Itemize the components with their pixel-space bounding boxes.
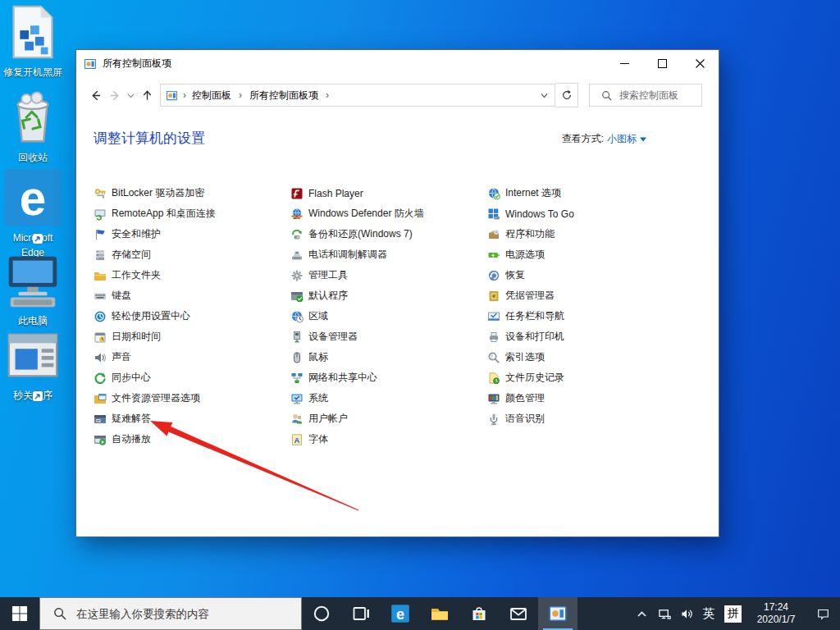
control-panel-item[interactable]: Windows Defender 防火墙 [290, 203, 487, 224]
ime-pinyin-badge[interactable]: 拼 [724, 605, 742, 623]
control-panel-item[interactable]: 凭据管理器 [487, 285, 684, 306]
desktop-icon[interactable]: 秒关程序 [1, 323, 65, 402]
control-panel-item-label: 系统 [308, 391, 328, 405]
work-folders-icon [94, 269, 107, 282]
breadcrumb-item[interactable]: 控制面板 [190, 89, 248, 103]
control-panel-item[interactable]: 语音识别 [487, 409, 684, 429]
control-panel-item[interactable]: 声音 [94, 347, 290, 368]
volume-icon[interactable] [676, 597, 698, 630]
control-panel-item[interactable]: 设备和打印机 [487, 326, 684, 347]
desktop-icon[interactable]: 修复开机黑屏 [1, 0, 65, 79]
control-panel-item[interactable]: 日期和时间 [94, 326, 290, 347]
control-panel-item[interactable]: 文件历史记录 [487, 368, 684, 388]
maximize-button[interactable] [643, 50, 681, 77]
power-options-icon [487, 249, 500, 262]
control-panel-item[interactable]: 键盘 [94, 285, 290, 306]
desktop-icon-label: 回收站 [18, 152, 48, 163]
control-panel-item[interactable]: Internet 选项 [487, 183, 684, 203]
start-button[interactable] [0, 597, 39, 630]
control-panel-column-1: BitLocker 驱动器加密 RemoteApp 和桌面连接 安全和维护 存储… [94, 183, 290, 450]
control-panel-item-label: 语音识别 [505, 412, 545, 426]
action-center-icon[interactable] [806, 597, 840, 630]
taskbar-app-button[interactable] [420, 597, 459, 630]
search-input[interactable] [618, 89, 696, 102]
up-button[interactable] [137, 84, 157, 107]
control-panel-item[interactable]: 电源选项 [487, 244, 684, 265]
control-panel-item-label: 备份和还原(Windows 7) [308, 227, 413, 241]
back-button[interactable] [85, 84, 105, 107]
page-title: 调整计算机的设置 [94, 129, 205, 148]
taskbar-clock[interactable]: 17:24 2020/1/7 [746, 597, 806, 630]
taskbar-app-button[interactable] [341, 597, 381, 630]
control-panel-search[interactable] [589, 84, 702, 107]
control-panel-item[interactable]: 鼠标 [290, 347, 487, 368]
control-panel-item[interactable]: Flash Player [290, 183, 487, 203]
control-panel-item[interactable]: 默认程序 [290, 285, 487, 306]
address-dropdown-icon[interactable] [533, 92, 555, 99]
close-button[interactable] [681, 50, 719, 77]
search-icon [601, 90, 612, 101]
firewall-icon [290, 208, 304, 221]
control-panel-item[interactable]: 程序和功能 [487, 224, 684, 244]
control-panel-item[interactable]: 任务栏和导航 [487, 306, 684, 326]
control-panel-item[interactable]: 电话和调制解调器 [290, 244, 487, 265]
taskbar-app-button[interactable] [302, 597, 341, 630]
control-panel-item[interactable]: RemoteApp 和桌面连接 [94, 203, 290, 224]
desktop-icon[interactable]: 回收站 [1, 85, 65, 164]
clock-date: 2020/1/7 [757, 614, 796, 626]
control-panel-item-label: 网络和共享中心 [308, 371, 377, 385]
control-panel-item[interactable]: 安全和维护 [94, 224, 290, 244]
control-panel-item[interactable]: A 字体 [290, 429, 487, 450]
control-panel-item[interactable]: 备份和还原(Windows 7) [290, 224, 487, 244]
taskbar-app-button[interactable] [459, 597, 499, 630]
control-panel-item-label: 电话和调制解调器 [308, 248, 387, 262]
control-panel-item[interactable]: 网络和共享中心 [290, 368, 487, 388]
control-panel-item[interactable]: 疑难解答 [94, 409, 290, 429]
address-bar[interactable]: › 控制面板所有控制面板项 [160, 84, 555, 107]
refresh-button[interactable] [555, 83, 578, 107]
control-panel-item[interactable]: 区域 [290, 306, 487, 326]
control-panel-item[interactable]: 恢复 [487, 265, 684, 285]
registry-file-icon [1, 0, 65, 64]
desktop-icon[interactable]: 此电脑 [1, 249, 65, 327]
control-panel-item[interactable]: Windows To Go [487, 203, 684, 224]
control-panel-item[interactable]: 文件资源管理器选项 [94, 388, 290, 409]
tray-chevron-up-icon[interactable] [629, 597, 654, 630]
store-icon [469, 604, 489, 623]
remoteapp-icon [94, 208, 107, 221]
network-tray-icon[interactable] [654, 597, 676, 630]
control-panel-item[interactable]: 工作文件夹 [94, 265, 290, 285]
control-panel-item[interactable]: 设备管理器 [290, 326, 487, 347]
control-panel-item-label: BitLocker 驱动器加密 [112, 186, 204, 200]
ime-language-indicator[interactable]: 英 [698, 597, 719, 630]
shortcut-arrow-icon [33, 391, 43, 401]
control-panel-icon [84, 57, 97, 71]
taskbar-search-input[interactable] [75, 607, 294, 621]
taskbar-app-button[interactable]: e [381, 597, 420, 630]
breadcrumb-item[interactable]: 所有控制面板项 [248, 89, 335, 103]
desktop-icon[interactable]: e Microsoft Edge [1, 166, 65, 259]
minimize-button[interactable] [605, 50, 643, 77]
taskbar-search[interactable] [39, 597, 302, 630]
app-window-icon [1, 323, 65, 387]
forward-button[interactable] [105, 84, 125, 107]
control-panel-item-label: 疑难解答 [112, 412, 151, 426]
control-panel-item[interactable]: 用户帐户 [290, 409, 487, 429]
internet-options-icon [487, 187, 500, 200]
control-panel-item[interactable]: BitLocker 驱动器加密 [94, 183, 290, 203]
taskbar-app-button[interactable] [538, 597, 578, 630]
control-panel-item[interactable]: 颜色管理 [487, 388, 684, 409]
taskbar-app-button[interactable] [499, 597, 538, 630]
control-panel-item[interactable]: 存储空间 [94, 244, 290, 265]
control-panel-item[interactable]: 管理工具 [290, 265, 487, 285]
view-by-control: 查看方式: 小图标 [562, 132, 646, 146]
view-by-value[interactable]: 小图标 [607, 132, 637, 146]
control-panel-item[interactable]: 轻松使用设置中心 [94, 306, 290, 326]
recent-pages-dropdown[interactable] [125, 84, 137, 107]
control-panel-item[interactable]: 同步中心 [94, 368, 290, 388]
control-panel-item-label: 文件资源管理器选项 [112, 391, 200, 405]
control-panel-item[interactable]: 自动播放 [94, 429, 290, 450]
control-panel-item[interactable]: 索引选项 [487, 347, 684, 368]
control-panel-item[interactable]: 系统 [290, 388, 487, 409]
control-panel-item-label: 存储空间 [112, 248, 151, 262]
